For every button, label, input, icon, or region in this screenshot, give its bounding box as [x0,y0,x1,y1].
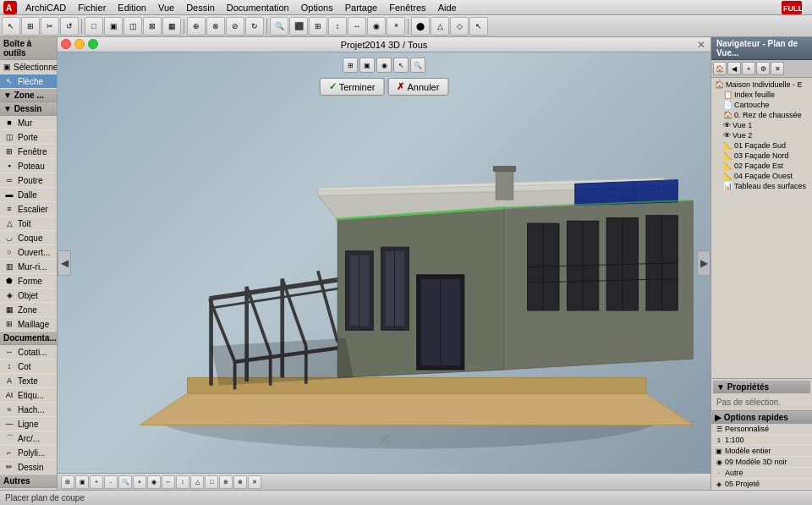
vp-bottom-btn-2[interactable]: ▣ [75,475,89,489]
nav-tree-tableau[interactable]: 📊 Tableau des surfaces [713,181,810,191]
toolbar-btn-14[interactable]: 🔍 [270,17,288,36]
vp-btn-5[interactable]: 🔍 [410,58,425,73]
sidebar-item-cote[interactable]: ↕ Cot [0,360,57,374]
sidebar-item-zone[interactable]: ▦ Zone [0,303,57,317]
nav-btn-add[interactable]: + [742,62,755,75]
quick-option-projete[interactable]: ◈ 05 Projeté [711,479,812,490]
viewport-maximize-control[interactable] [88,39,98,49]
toolbar-btn-3[interactable]: ✂ [41,17,59,36]
vp-bottom-btn-9[interactable]: □ [205,475,218,489]
viewport-close-button[interactable]: ✕ [697,39,705,51]
vp-bottom-btn-11[interactable]: ⊗ [233,475,247,489]
toolbar-btn-22[interactable]: △ [431,17,449,36]
nav-tree-facade-ouest[interactable]: 📐 04 Façade Ouest [713,171,810,181]
nav-tree-facade-sud[interactable]: 📐 01 Façade Sud [713,140,810,151]
toolbar-btn-1[interactable]: ↖ [2,17,20,36]
menu-item-fenetres[interactable]: Fenêtres [384,0,431,15]
toolbar-btn-5[interactable]: □ [85,17,103,36]
sidebar-item-arc[interactable]: ⌒ Arc/... [0,431,57,446]
vp-bottom-btn-12[interactable]: ✕ [248,475,261,489]
vp-bottom-btn-10[interactable]: ⊕ [219,475,233,489]
nav-btn-home[interactable]: 🏠 [713,62,727,75]
toolbar-btn-23[interactable]: ◇ [450,17,469,36]
vp-bottom-btn-3[interactable]: 🔍 [118,475,132,489]
sidebar-item-texte[interactable]: A Texte [0,374,57,388]
viewport-close-control[interactable] [61,39,71,49]
sidebar-item-objet[interactable]: ◈ Objet [0,288,57,303]
menu-item-documentation[interactable]: Documentation [222,0,294,15]
menu-item-edition[interactable]: Edition [112,0,151,15]
sidebar-section-dessin[interactable]: ▼ Dessin [0,102,57,116]
viewport-minimize-control[interactable] [74,39,85,49]
nav-tree-facade-nord[interactable]: 📐 03 Façade Nord [713,151,810,161]
confirm-button[interactable]: ✓ Terminer [320,78,385,96]
sidebar-section-zone[interactable]: ▼ Zone ... [0,89,57,102]
sidebar-item-ligne[interactable]: — Ligne [0,417,57,431]
sidebar-item-mur[interactable]: ■ Mur [0,116,57,130]
menu-item-aide[interactable]: Aide [433,0,462,15]
viewport-arrow-right[interactable]: ▶ [697,250,710,276]
menu-item-vue[interactable]: Vue [153,0,179,15]
vp-bottom-btn-7[interactable]: ↕ [176,475,189,489]
menu-item-dessin[interactable]: Dessin [181,0,220,15]
cancel-button[interactable]: ✗ Annuler [387,78,448,96]
sidebar-item-etiqu[interactable]: AI Etiqu... [0,388,57,403]
nav-tree-rez[interactable]: 🏠 0. Rez de chaussée [713,110,810,120]
vp-bottom-btn-5[interactable]: ◉ [147,475,161,489]
toolbar-btn-13[interactable]: ↻ [245,17,264,36]
menu-item-archicad[interactable]: ArchiCAD [20,0,71,15]
sidebar-item-escalier[interactable]: ≡ Escalier [0,202,57,217]
toolbar-btn-9[interactable]: ▦ [162,17,181,36]
viewport-canvas[interactable]: ⊞ ▣ ◉ ↖ 🔍 ✓ Terminer ✗ Annuler [58,52,710,473]
sidebar-item-coque[interactable]: ◡ Coque [0,231,57,245]
sidebar-item-fleche[interactable]: ↖ Flèche [0,74,57,89]
nav-btn-back[interactable]: ◀ [727,62,741,75]
menu-item-partage[interactable]: Partage [340,0,383,15]
toolbar-btn-18[interactable]: ↔ [348,17,366,36]
sidebar-item-forme[interactable]: ⬟ Forme [0,274,57,288]
vp-btn-4[interactable]: ↖ [393,58,409,73]
nav-tree-maison[interactable]: 🏠 Maison Individuelle - E [713,80,810,90]
vp-bottom-btn-8[interactable]: △ [190,475,204,489]
toolbar-btn-15[interactable]: ⬛ [289,17,308,36]
nav-tree-vue1[interactable]: 👁 Vue 1 [713,120,810,130]
toolbar-btn-6[interactable]: ▣ [104,17,123,36]
sidebar-item-hach[interactable]: ≈ Hach... [0,403,57,417]
menu-item-options[interactable]: Options [296,0,338,15]
toolbar-btn-12[interactable]: ⊘ [226,17,244,36]
viewport-arrow-left[interactable]: ◀ [58,250,71,276]
sidebar-item-fenetre[interactable]: ⊞ Fenêtre [0,145,57,159]
sidebar-item-selectionne[interactable]: ▣ Sélectionne [0,60,57,74]
properties-header[interactable]: ▼ Propriétés [713,381,810,393]
sidebar-item-maillage[interactable]: ⊞ Maillage [0,317,57,332]
sidebar-section-toolbox[interactable]: Boîte à outils [0,37,57,60]
nav-tree-index[interactable]: 📋 Index feuille [713,90,810,100]
toolbar-btn-cursor[interactable]: ↖ [469,17,488,36]
vp-btn-3[interactable]: ◉ [376,58,392,73]
toolbar-btn-17[interactable]: ↕ [328,17,347,36]
toolbar-btn-10[interactable]: ⊕ [187,17,206,36]
toolbar-btn-20[interactable]: ⌖ [387,17,405,36]
sidebar-item-toit[interactable]: △ Toit [0,217,57,231]
sidebar-item-dessin[interactable]: ✏ Dessin [0,460,57,475]
menu-item-fichier[interactable]: Fichier [73,0,111,15]
quick-option-autre[interactable]: · Autre [711,468,812,479]
toolbar-btn-21[interactable]: ⬤ [411,17,430,36]
nav-btn-close[interactable]: ✕ [771,62,784,75]
toolbar-btn-8[interactable]: ⊠ [143,17,162,36]
toolbar-btn-16[interactable]: ⊞ [309,17,327,36]
sidebar-item-poutre[interactable]: ═ Poutre [0,173,57,188]
sidebar-item-mur-ri[interactable]: ▥ Mur-ri... [0,260,57,274]
toolbar-btn-2[interactable]: ⊞ [21,17,40,36]
vp-bottom-btn-zoom-out[interactable]: - [104,475,118,489]
quick-options-header[interactable]: ▶ Options rapides [711,411,812,424]
toolbar-btn-19[interactable]: ◉ [367,17,386,36]
sidebar-item-ouvert[interactable]: ○ Ouvert... [0,245,57,260]
sidebar-item-porte[interactable]: ◫ Porte [0,130,57,145]
nav-btn-settings[interactable]: ⚙ [756,62,770,75]
sidebar-item-dalle[interactable]: ▬ Dalle [0,188,57,202]
toolbar-btn-4[interactable]: ↺ [60,17,79,36]
vp-btn-1[interactable]: ⊞ [343,58,358,73]
nav-tree-vue2[interactable]: 👁 Vue 2 [713,130,810,140]
toolbar-btn-11[interactable]: ⊗ [206,17,225,36]
